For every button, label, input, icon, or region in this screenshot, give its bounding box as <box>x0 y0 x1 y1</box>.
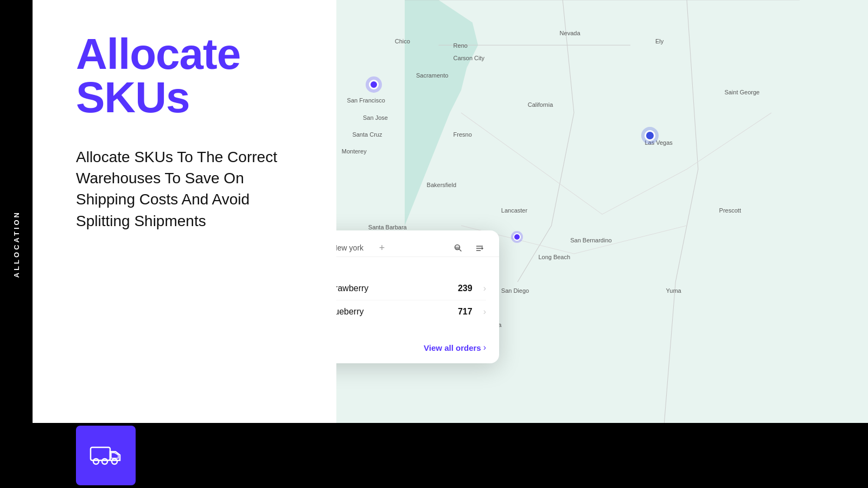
tab-actions <box>449 239 488 256</box>
view-all-section: View all orders › <box>336 338 499 363</box>
sidebar-label: ALLOCATION <box>12 210 21 278</box>
sort-button[interactable] <box>471 239 488 256</box>
bottom-section <box>33 423 868 488</box>
city-label-bakersfield: Bakersfield <box>427 182 456 188</box>
city-label-california: California <box>528 101 553 108</box>
view-all-orders-link[interactable]: View all orders <box>424 343 481 352</box>
city-label-chico: Chico <box>395 38 410 44</box>
city-label-fresno: Fresno <box>454 131 472 138</box>
main-content: Allocate SKUs Allocate SKUs To The Corre… <box>33 0 868 488</box>
search-filter-icon <box>454 243 462 252</box>
blueberry-count: 717 <box>458 307 473 317</box>
list-item[interactable]: Strawberry 239 › <box>336 277 486 300</box>
city-label-long-beach: Long Beach <box>538 254 570 260</box>
city-label-santa-cruz: Santa Cruz <box>352 131 382 138</box>
map-area: Chico Reno Carson City Nevada Ely Sacram… <box>336 0 868 423</box>
city-label-saint-george: Saint George <box>724 89 760 95</box>
svg-point-13 <box>93 459 99 464</box>
map-dot-las-vegas <box>641 127 659 144</box>
sidebar: ALLOCATION <box>0 0 33 488</box>
truck-icon <box>90 442 122 469</box>
map-dot-la <box>511 231 523 243</box>
view-all-arrow-icon[interactable]: › <box>483 343 486 352</box>
strawberry-name: Strawberry <box>336 284 451 293</box>
tab-add-button[interactable]: + <box>374 240 390 255</box>
top-section: Allocate SKUs Allocate SKUs To The Corre… <box>33 0 868 423</box>
city-label-san-diego: San Diego <box>501 287 529 294</box>
svg-line-3 <box>459 249 462 252</box>
city-label-nevada: Nevada <box>560 30 580 36</box>
items-list: Strawberry 239 › Blueberry 717 › <box>336 277 486 323</box>
svg-point-15 <box>112 459 117 464</box>
city-label-san-jose: San Jose <box>363 114 388 121</box>
strawberry-arrow-icon[interactable]: › <box>483 284 486 293</box>
city-label-sf: San Francisco <box>347 97 385 104</box>
map-dot-sf <box>366 76 382 93</box>
strawberry-count: 239 <box>458 284 473 293</box>
city-label-sacramento: Sacramento <box>416 72 448 79</box>
search-filter-button[interactable] <box>449 239 467 256</box>
blueberry-arrow-icon[interactable]: › <box>483 307 486 317</box>
tabs-bar: All ▾ California New york + <box>336 230 499 257</box>
widget-body: 956 81% Strawberry 239 <box>336 257 499 338</box>
city-label-san-bernardino: San Bernardino <box>570 237 611 243</box>
page-title: Allocate SKUs <box>76 33 304 119</box>
city-label-monterey: Monterey <box>342 148 367 155</box>
city-label-santa-barbara: Santa Barbara <box>368 224 407 230</box>
truck-icon-box <box>76 426 136 485</box>
city-label-prescott: Prescott <box>719 207 741 214</box>
svg-point-14 <box>102 459 107 464</box>
city-label-reno: Reno <box>454 42 468 49</box>
tab-new-york[interactable]: New york <box>336 239 372 256</box>
left-content: Allocate SKUs Allocate SKUs To The Corre… <box>33 0 336 423</box>
description: Allocate SKUs To The Correct Warehouses … <box>76 146 304 232</box>
blueberry-name: Blueberry <box>336 307 451 317</box>
svg-rect-12 <box>91 447 110 460</box>
sort-icon <box>475 243 484 252</box>
city-label-carson-city: Carson City <box>454 55 484 61</box>
city-label-lancaster: Lancaster <box>501 207 527 214</box>
city-label-yuma: Yuma <box>666 287 681 294</box>
city-label-ely: Ely <box>655 38 663 44</box>
widget-card: All ▾ California New york + <box>336 230 499 363</box>
list-item[interactable]: Blueberry 717 › <box>336 300 486 323</box>
